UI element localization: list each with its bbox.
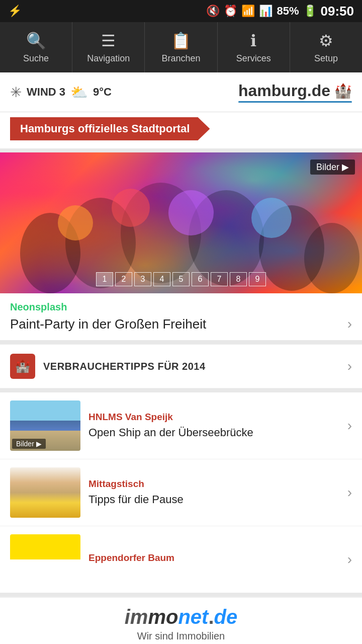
temperature-label: 9°C (93, 86, 112, 99)
tips-icon-symbol: 🏰 (15, 359, 30, 373)
tree-chevron-icon: › (347, 551, 352, 568)
banner-row: Hamburgs offizielles Stadtportal (0, 112, 362, 148)
nav-item-suche[interactable]: 🔍 Suche (0, 22, 72, 72)
card-subtitle: Neonsplash (10, 301, 352, 313)
list-item-ship[interactable]: Bilder ▶ HNLMS Van Speijk Open Ship an d… (0, 392, 362, 459)
ship-title: Open Ship an der Überseebrücke (88, 426, 339, 440)
branchen-icon: 📋 (171, 31, 191, 50)
bilder-label: Bilder ▶ (316, 162, 349, 173)
hamburg-logo: hamburg.de 🏰 (238, 82, 352, 103)
svg-point-5 (304, 223, 359, 293)
gear-icon: ⚙ (319, 31, 333, 50)
svg-point-8 (251, 198, 292, 238)
main-card-content[interactable]: Neonsplash Paint-Party in der Großen Fre… (0, 293, 362, 340)
tree-category: Eppendorfer Baum (88, 552, 339, 564)
banner-text: Hamburgs offizielles Stadtportal (20, 122, 190, 135)
main-card: Bilder ▶ 1 2 3 4 5 6 7 8 9 Neonsplash Pa… (0, 152, 362, 340)
ad-tagline: Wir sind Immobilien (10, 630, 352, 642)
ad-logo-de: de (214, 606, 238, 628)
thumb-ship: Bilder ▶ (10, 400, 80, 451)
usb-icon: ⚡ (8, 5, 22, 18)
chevron-right-icon: › (347, 316, 352, 332)
ship-bilder-badge: Bilder ▶ (12, 439, 46, 449)
food-title: Tipps für die Pause (88, 493, 339, 507)
page-dot-4[interactable]: 4 (153, 272, 170, 286)
header-section: ✳ WIND 3 ⛅ 9°C hamburg.de 🏰 (0, 72, 362, 112)
nav-label-services: Services (236, 53, 271, 64)
ship-bilder-label: Bilder ▶ (16, 440, 42, 448)
nav-label-suche: Suche (23, 53, 49, 64)
ship-chevron-icon: › (347, 418, 352, 434)
wind-label: WIND 3 (27, 86, 65, 99)
castle-icon: 🏰 (334, 83, 352, 99)
tips-hamburg-icon: 🏰 (10, 354, 35, 379)
wind-compass-icon: ✳ (10, 84, 22, 101)
food-image (10, 467, 80, 518)
immonet-logo: immonet.de (10, 606, 352, 628)
list-icon: ☰ (101, 31, 116, 50)
battery-percent: 85% (277, 5, 299, 18)
battery-icon: 🔋 (303, 5, 317, 18)
tree-text: Eppendorfer Baum (88, 552, 339, 567)
bilder-badge[interactable]: Bilder ▶ (310, 159, 355, 175)
page-dot-8[interactable]: 8 (230, 272, 247, 286)
hamburg-logo-text: hamburg.de (238, 82, 330, 100)
page-dot-5[interactable]: 5 (172, 272, 190, 286)
mute-icon: 🔇 (206, 5, 220, 18)
list-item-tree[interactable]: Eppendorfer Baum › (0, 526, 362, 593)
city-portal-banner: Hamburgs offizielles Stadtportal (10, 117, 210, 140)
ad-logo-net: net (178, 606, 208, 628)
info-icon: ℹ (250, 31, 256, 50)
nav-label-setup: Setup (314, 53, 338, 64)
tips-banner[interactable]: 🏰 VERBRAUCHERTIPPS FÜR 2014 › (0, 344, 362, 388)
logo-underline (238, 101, 352, 103)
page-dot-7[interactable]: 7 (211, 272, 228, 286)
nav-item-setup[interactable]: ⚙ Setup (290, 22, 362, 72)
svg-point-7 (168, 190, 214, 235)
page-dot-3[interactable]: 3 (134, 272, 151, 286)
ad-logo-mo: mo (148, 606, 178, 628)
sun-icon: ⛅ (70, 84, 88, 101)
nav-bar: 🔍 Suche ☰ Navigation 📋 Branchen ℹ Servic… (0, 22, 362, 72)
ship-category: HNLMS Van Speijk (88, 412, 339, 423)
tips-label: VERBRAUCHERTIPPS FÜR 2014 (43, 361, 339, 372)
weather-info: ✳ WIND 3 ⛅ 9°C (10, 84, 112, 101)
page-dot-1[interactable]: 1 (96, 272, 113, 286)
page-dot-9[interactable]: 9 (249, 272, 266, 286)
search-icon: 🔍 (26, 31, 46, 50)
thumb-tree (10, 534, 80, 585)
ship-text: HNLMS Van Speijk Open Ship an der Überse… (88, 412, 339, 440)
page-dot-6[interactable]: 6 (192, 272, 209, 286)
nav-item-services[interactable]: ℹ Services (218, 22, 290, 72)
status-time: 09:50 (321, 4, 354, 19)
list-section: Bilder ▶ HNLMS Van Speijk Open Ship an d… (0, 392, 362, 593)
page-dot-2[interactable]: 2 (115, 272, 132, 286)
card-title-text: Paint-Party in der Großen Freiheit (10, 316, 206, 332)
card-title-row: Paint-Party in der Großen Freiheit › (10, 316, 352, 332)
food-text: Mittagstisch Tipps für die Pause (88, 478, 339, 507)
ad-logo-im: im (125, 606, 148, 628)
thumb-food (10, 467, 80, 518)
status-right-icons: 🔇 ⏰ 📶 📊 85% 🔋 09:50 (206, 4, 354, 19)
nav-label-branchen: Branchen (161, 53, 200, 64)
nav-label-navigation: Navigation (87, 53, 130, 64)
svg-point-9 (112, 189, 150, 227)
pagination-dots: 1 2 3 4 5 6 7 8 9 (96, 272, 266, 286)
food-category: Mittagstisch (88, 478, 339, 490)
svg-point-6 (58, 205, 93, 240)
main-image: Bilder ▶ 1 2 3 4 5 6 7 8 9 (0, 152, 362, 293)
list-item-food[interactable]: Mittagstisch Tipps für die Pause › (0, 459, 362, 526)
signal-icon: 📊 (259, 5, 273, 18)
wifi-icon: 📶 (241, 5, 255, 18)
alarm-icon: ⏰ (224, 5, 237, 18)
ad-logo-dot: . (208, 606, 214, 628)
nav-item-branchen[interactable]: 📋 Branchen (145, 22, 217, 72)
tree-image (10, 534, 80, 585)
status-bar: ⚡ 🔇 ⏰ 📶 📊 85% 🔋 09:50 (0, 0, 362, 22)
ad-banner[interactable]: immonet.de Wir sind Immobilien (0, 597, 362, 644)
status-left-icons: ⚡ (8, 5, 22, 18)
tips-chevron-icon: › (347, 358, 352, 374)
nav-item-navigation[interactable]: ☰ Navigation (72, 22, 145, 72)
food-chevron-icon: › (347, 485, 352, 501)
